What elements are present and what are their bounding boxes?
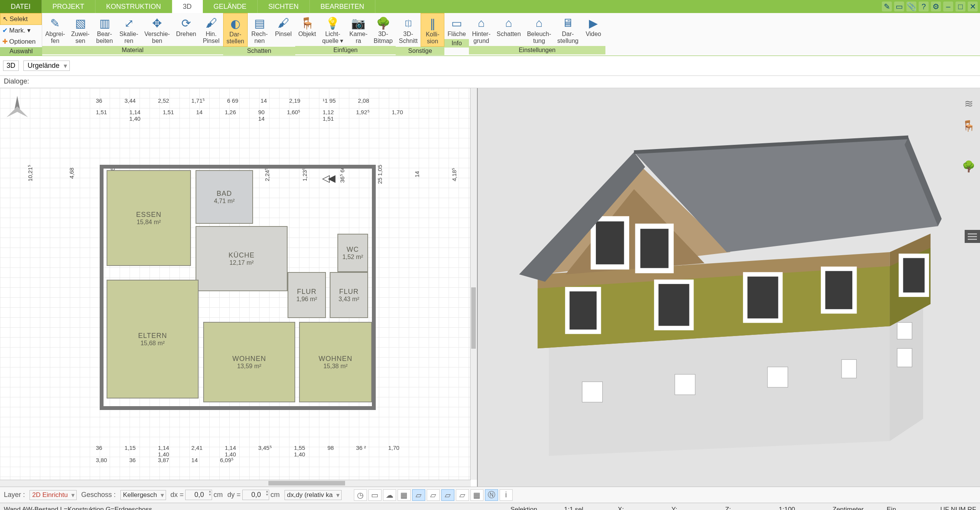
bottom-grid-button[interactable]: ▦ (470, 489, 483, 501)
geschoss-combo[interactable]: Kellergesch (120, 490, 166, 500)
room-kueche-area: 12,17 m² (229, 259, 253, 266)
bottom-overlap-button[interactable]: ▦ (398, 489, 411, 501)
ribbon-button-kollision[interactable]: ‖Kolli- sion (421, 13, 444, 47)
tree-icon[interactable]: 🌳 (961, 159, 976, 174)
terrain-combo[interactable]: Urgelände (23, 61, 70, 71)
options-button[interactable]: ✚ Optionen (0, 36, 42, 47)
bottom-para2-button[interactable]: ▱ (427, 489, 440, 501)
menu-tab-bearbeiten[interactable]: BEARBEITEN (310, 0, 375, 13)
room-kueche[interactable]: KÜCHE12,17 m² (196, 226, 288, 291)
scrollbar-h-thumb[interactable] (268, 481, 345, 485)
abgreifen-label: Abgrei- fen (45, 31, 65, 44)
viewmode-box[interactable]: 3D (3, 61, 19, 71)
layer-combo[interactable]: 2D Einrichtu (30, 490, 77, 500)
ribbon-group-einstellungen: ⌂Hinter- grund⌂Schatten⌂Beleuch- tung🖥Da… (469, 13, 605, 56)
ribbon-button-zuweisen[interactable]: ▧Zuwei- sen (68, 13, 93, 46)
menu-tab-konstruktion[interactable]: KONSTRUKTION (95, 0, 172, 13)
bottom-north-button[interactable]: Ⓝ (485, 489, 498, 501)
objekt-label: Objekt (298, 31, 316, 38)
ribbon-button-eschatten[interactable]: ⌂Schatten (493, 13, 524, 46)
ribbon-button-video[interactable]: ▶Video (582, 13, 605, 46)
ribbon-group-info: ▭FlächeInfo (444, 13, 469, 56)
ribbon-button-schpinsel[interactable]: 🖌Pinsel (271, 13, 295, 47)
room-wc[interactable]: WC1,52 m² (337, 234, 368, 272)
close-icon[interactable]: ✕ (968, 2, 978, 11)
dy-input[interactable]: 0,0 (242, 490, 269, 500)
room-wohnen1[interactable]: WOHNEN13,59 m² (203, 322, 295, 402)
bottom-para1-button[interactable]: ▱ (412, 489, 425, 501)
ribbon-button-licht[interactable]: 💡Licht- quelle ▾ (319, 13, 346, 46)
menu-tab-datei[interactable]: DATEI (0, 0, 42, 13)
coord-mode-combo[interactable]: dx,dy (relativ ka (284, 490, 342, 500)
room-wohnen2[interactable]: WOHNEN15,38 m² (299, 322, 372, 402)
minimize-icon[interactable]: – (943, 2, 953, 11)
ribbon-button-verschieben[interactable]: ✥Verschie- ben (141, 13, 173, 46)
ribbon-button-objekt[interactable]: 🪑Objekt (295, 13, 319, 46)
dimsTop2-val-3: 14 (196, 109, 203, 122)
room-essen[interactable]: ESSEN15,84 m² (107, 170, 191, 266)
bottom-clock-button[interactable]: ◷ (354, 489, 367, 501)
pen-icon[interactable]: ✎ (882, 2, 892, 11)
ribbon-button-bearbeiten[interactable]: ▥Bear- beiten (93, 13, 117, 46)
room-essen-name: ESSEN (136, 211, 161, 219)
sidebar-drag-handle[interactable] (965, 230, 980, 243)
scrollbar-horizontal[interactable] (0, 480, 471, 487)
dx-input[interactable]: 0,0 (185, 490, 212, 500)
ribbon-button-abgreifen[interactable]: ✎Abgrei- fen (42, 13, 68, 46)
attach-icon[interactable]: 📎 (906, 2, 916, 11)
house-3d-model[interactable] (497, 107, 942, 464)
dim-chain-bot-1: 361,151,14 1,402,411,14 1,403,45⁵1,55 1,… (96, 444, 400, 458)
bottom-para4-button[interactable]: ▱ (456, 489, 469, 501)
menu-tab-3d[interactable]: 3D (172, 0, 203, 13)
bottom-info-button[interactable]: i (500, 489, 513, 501)
scrollbar-vertical[interactable] (470, 88, 477, 480)
ribbon-group-auswahl: ↖ Selekt ✔ Mark. ▾ ✚ Optionen Auswahl (0, 13, 42, 56)
ribbon-button-schnitt[interactable]: ⎅3D- Schnitt (396, 13, 421, 47)
schnitt-label: 3D- Schnitt (399, 31, 418, 44)
room-bad[interactable]: BAD4,71 m² (196, 170, 253, 224)
screen-icon[interactable]: ▭ (894, 2, 904, 11)
select-tool-button[interactable]: ↖ Selekt (0, 13, 42, 25)
menu-tab-sichten[interactable]: SICHTEN (258, 0, 310, 13)
ribbon-button-beleuchtung[interactable]: ⌂Beleuch- tung (524, 13, 554, 46)
svg-rect-9 (897, 323, 912, 339)
chair-icon[interactable]: 🪑 (961, 118, 976, 133)
scrollbar-v-thumb[interactable] (471, 287, 476, 349)
ribbon-button-edarst[interactable]: 🖥Dar- stellung (554, 13, 582, 46)
group-caption-einfügen: Einfügen (295, 46, 396, 54)
floorplan[interactable]: ESSEN15,84 m²BAD4,71 m²ABST.1,08 m²KÜCHE… (100, 165, 376, 410)
settings-icon[interactable]: ⚙ (931, 2, 941, 11)
bottom-cloud-button[interactable]: ☁ (383, 489, 396, 501)
dimsTop2-val-9: 1,70 (392, 109, 403, 122)
dimsR-val-4: 14 (414, 165, 420, 184)
mark-tool-button[interactable]: ✔ Mark. ▾ (0, 25, 42, 36)
room-eltern[interactable]: ELTERN15,68 m² (107, 280, 199, 398)
ribbon-button-kamera[interactable]: 📷Kame- ra (346, 13, 370, 46)
ribbon-button-darstellen[interactable]: ◐Dar- stellen (223, 13, 248, 47)
help-icon[interactable]: ? (919, 2, 929, 11)
room-flur1[interactable]: FLUR1,96 m² (288, 272, 326, 318)
ribbon-button-skalieren[interactable]: ⤢Skalie- ren (117, 13, 141, 46)
svg-rect-17 (823, 269, 855, 312)
bottom-pick-button[interactable]: ▭ (368, 489, 381, 501)
layers-icon[interactable]: ≋ (961, 96, 976, 111)
palette-icon[interactable] (963, 140, 974, 152)
ribbon-button-flaeche[interactable]: ▭Fläche (444, 13, 469, 39)
room-flur2[interactable]: FLUR3,43 m² (330, 272, 368, 318)
darstellen-label: Dar- stellen (227, 31, 244, 45)
view-2d[interactable]: 363,442,521,71⁵6 69142,19¹1 952,08 1,511… (0, 88, 478, 487)
ribbon-button-drehen[interactable]: ⟳Drehen (173, 13, 199, 46)
menu-tab-projekt[interactable]: PROJEKT (42, 0, 95, 13)
verschieben-icon: ✥ (150, 15, 165, 31)
bottom-para3-button[interactable]: ▱ (441, 489, 454, 501)
ribbon-button-hintergrund[interactable]: ⌂Hinter- grund (469, 13, 493, 46)
room-wohnen1-area: 13,59 m² (237, 363, 261, 370)
ribbon-button-rechnen[interactable]: ▤Rech- nen (248, 13, 271, 47)
view-3d[interactable]: ≋ 🪑 🌳 (478, 88, 980, 487)
dimsBot1-val-7: 98 (327, 444, 334, 458)
menu-tab-gelaende[interactable]: GELÄNDE (203, 0, 258, 13)
maximize-icon[interactable]: □ (955, 2, 965, 11)
dimsBot1-val-4: 1,14 1,40 (225, 444, 236, 458)
ribbon-button-bitmap[interactable]: 🌳3D- Bitmap (370, 13, 396, 46)
ribbon-button-hinpinsel[interactable]: 🖌Hin. Pinsel (199, 13, 223, 46)
